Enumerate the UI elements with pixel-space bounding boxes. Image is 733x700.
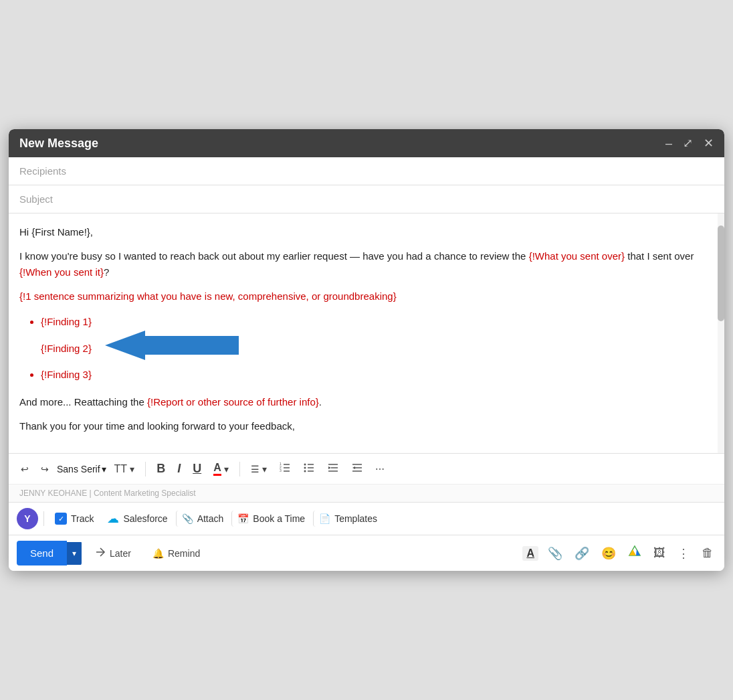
bullet-list-button[interactable] [299,459,319,478]
signature-bar: JENNY KEOHANE | Content Marketing Specia… [9,484,724,502]
bell-icon: 🔔 [152,548,164,559]
numbered-list-button[interactable]: 123 [275,459,295,478]
font-color-button[interactable]: A ▾ [209,459,233,478]
attach-icon: 📎 [182,513,193,524]
track-button[interactable]: ✓ Track [49,510,99,527]
para1-red1: {!What you sent over} [529,250,625,262]
italic-button[interactable]: I [173,459,185,478]
bottom-icons: A 📎 🔗 😊 🖼 ⋮ 🗑 [522,542,716,564]
remind-button[interactable]: 🔔 Remind [144,543,208,564]
svg-marker-0 [105,331,239,360]
salesforce-button[interactable]: ☁ Salesforce [102,509,173,529]
yesware-icon[interactable]: Y [17,508,38,529]
recipients-field[interactable]: Recipients [9,157,724,185]
body-content: Hi {First Name!}, I know you're busy so … [19,224,714,434]
indent-decrease-button[interactable] [323,459,343,478]
bold-icon: B [156,462,165,476]
send-button-group: Send ▾ [17,541,82,565]
svg-point-8 [304,467,306,469]
toolbar-sep1 [145,462,146,476]
greeting: Hi {First Name!}, [19,224,703,240]
underline-button[interactable]: U [189,459,205,478]
para1-text2: that I sent over [625,250,694,262]
blue-arrow-icon [105,331,239,365]
expand-button[interactable]: ⤢ [683,136,693,151]
font-color-dropdown-icon: ▾ [224,464,229,474]
book-button[interactable]: 📅 Book a Time [231,511,310,527]
send-dropdown-button[interactable]: ▾ [67,542,82,565]
templates-icon: 📄 [319,513,330,524]
compose-body[interactable]: Hi {First Name!}, I know you're busy so … [9,213,724,453]
more-toolbar-button[interactable]: ⋯ [371,461,389,477]
templates-button[interactable]: 📄 Templates [313,511,383,527]
italic-icon: I [177,462,181,476]
salesforce-label: Salesforce [123,513,167,524]
toolbar-sep2 [239,462,240,476]
font-size-button[interactable]: TT ▾ [110,460,139,478]
close-button[interactable]: ✕ [704,136,714,151]
compose-header: New Message – ⤢ ✕ [9,129,724,157]
svg-point-7 [304,464,306,466]
minimize-button[interactable]: – [665,137,672,151]
scrollbar-thumb[interactable] [718,226,724,321]
more-toolbar-icon: ⋯ [375,464,385,474]
bullet-list-icon [303,462,315,476]
svg-marker-23 [629,549,636,555]
font-dropdown-icon: ▾ [102,464,106,474]
svg-marker-20 [352,466,355,469]
compose-title: New Message [19,137,98,151]
finding1-item: {!Finding 1} [41,313,703,331]
text-format-icon[interactable]: A [522,546,538,561]
finding2-item: {!Finding 2} [41,331,703,365]
font-name: Sans Serif [57,464,100,474]
formatting-toolbar: ↩ ↪ Sans Serif ▾ TT ▾ B I U A ▾ ☰ ▾ [9,453,724,484]
book-label: Book a Time [253,513,305,524]
calendar-icon: 📅 [237,513,249,524]
svg-marker-16 [328,466,331,469]
indent-decrease-icon [327,462,339,476]
scrollbar-track[interactable] [718,213,724,453]
trash-icon[interactable]: 🗑 [699,543,716,563]
link-icon[interactable]: 🔗 [572,543,592,563]
paragraph1: I know you're busy so I wanted to reach … [19,248,703,280]
para3-text2: . [319,396,322,408]
later-button[interactable]: Later [87,541,139,565]
font-size-icon: TT [114,463,128,475]
emoji-icon[interactable]: 😊 [599,543,619,563]
paragraph4: Thank you for your time and looking forw… [19,418,703,434]
font-size-dropdown-icon: ▾ [130,464,134,474]
cloud-icon: ☁ [107,511,119,526]
remind-label: Remind [168,548,200,559]
findings-list: {!Finding 1} {!Finding 2} {!Finding 3} [41,313,703,383]
align-icon: ☰ [251,464,259,474]
align-dropdown-icon: ▾ [262,464,267,474]
send-area: Send ▾ Later 🔔 Remind A 📎 🔗 😊 🖼 ⋮ 🗑 [9,535,724,571]
yesware-sep [43,511,44,526]
signature-text: JENNY KEOHANE | Content Marketing Specia… [19,489,196,498]
subject-field[interactable]: Subject [9,185,724,213]
indent-increase-button[interactable] [347,459,367,478]
font-selector[interactable]: Sans Serif ▾ [57,464,106,474]
undo-icon: ↩ [21,464,29,474]
image-icon[interactable]: 🖼 [651,543,668,563]
drive-icon[interactable] [625,542,644,564]
bold-button[interactable]: B [152,459,169,478]
paragraph3: And more... Reattaching the {!Report or … [19,394,703,410]
align-button[interactable]: ☰ ▾ [247,461,271,477]
indent-increase-icon [351,462,363,476]
compose-window: New Message – ⤢ ✕ Recipients Subject Hi … [9,129,724,571]
later-icon [95,547,106,559]
numbered-list-icon: 123 [279,462,291,476]
paperclip-icon[interactable]: 📎 [545,543,565,563]
redo-button[interactable]: ↪ [37,461,53,477]
more-options-icon[interactable]: ⋮ [675,543,692,563]
send-button[interactable]: Send [17,541,67,565]
para1-red2: {!When you sent it} [19,266,104,278]
attach-button[interactable]: 📎 Attach [176,511,229,527]
paragraph2: {!1 sentence summarizing what you have i… [19,288,703,304]
finding3-item: {!Finding 3} [41,365,703,383]
svg-marker-24 [636,549,640,555]
yesware-toolbar: Y ✓ Track ☁ Salesforce 📎 Attach 📅 Book a… [9,502,724,535]
undo-button[interactable]: ↩ [17,461,33,477]
track-check-icon: ✓ [55,513,67,525]
